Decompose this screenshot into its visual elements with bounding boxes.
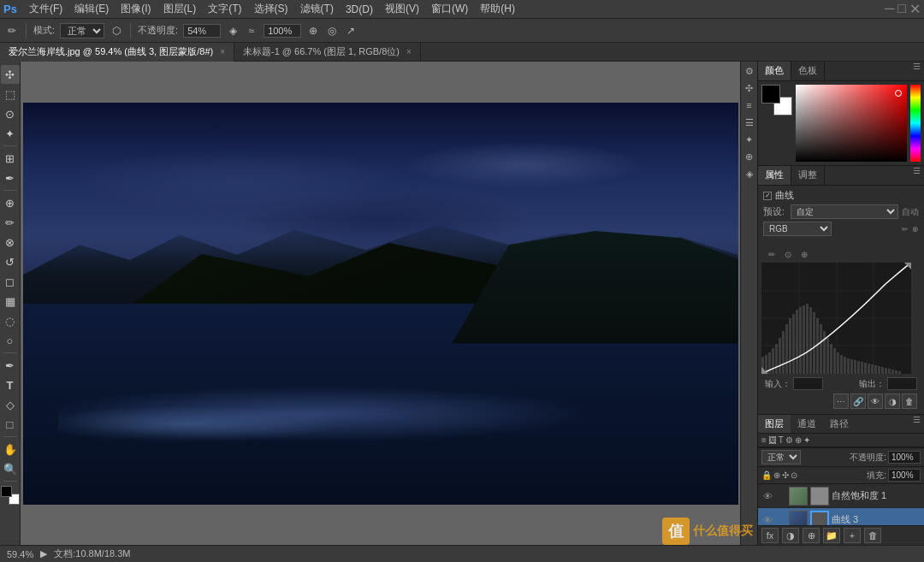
color-picker-area[interactable] bbox=[796, 85, 907, 162]
layer-eye-icon[interactable]: 👁 bbox=[761, 514, 773, 526]
ci-btn2[interactable]: ⊙ bbox=[781, 247, 795, 261]
tab-adjustments[interactable]: 调整 bbox=[791, 166, 825, 185]
color-panel-menu[interactable]: ☰ bbox=[913, 62, 921, 80]
tab-close-doc2[interactable]: × bbox=[406, 47, 412, 56]
dodge-tool[interactable]: ○ bbox=[1, 331, 20, 350]
props-panel-menu[interactable]: ☰ bbox=[913, 166, 921, 185]
lasso-tool[interactable]: ⊙ bbox=[1, 104, 20, 123]
maximize-btn[interactable]: □ bbox=[897, 1, 906, 17]
rs-icon3[interactable]: ≡ bbox=[742, 98, 757, 113]
layers-btn-fx[interactable]: fx bbox=[761, 528, 779, 543]
preset-select[interactable]: 自定 bbox=[791, 204, 898, 219]
curves-btn-dots[interactable]: ⋯ bbox=[833, 393, 849, 409]
tab-close-active[interactable]: × bbox=[220, 47, 225, 56]
channel-select[interactable]: RGB bbox=[763, 222, 832, 236]
hand-tool[interactable]: ✋ bbox=[1, 440, 20, 458]
canvas-area[interactable] bbox=[21, 62, 740, 545]
curves-tool1[interactable]: ✏ bbox=[902, 225, 909, 234]
menu-file[interactable]: 文件(F) bbox=[24, 0, 68, 18]
gradient-tool[interactable]: ▦ bbox=[1, 292, 20, 311]
rs-icon1[interactable]: ⚙ bbox=[742, 63, 757, 79]
flow-input[interactable] bbox=[264, 24, 301, 38]
tab-swatches[interactable]: 色板 bbox=[791, 62, 825, 80]
menu-edit[interactable]: 编辑(E) bbox=[69, 0, 114, 18]
menu-filter[interactable]: 滤镜(T) bbox=[295, 0, 339, 18]
lock3-icon[interactable]: ✣ bbox=[782, 470, 789, 480]
rs-icon5[interactable]: ✦ bbox=[742, 132, 757, 147]
lock2-icon[interactable]: ⊕ bbox=[773, 470, 780, 480]
crop-tool[interactable]: ⊞ bbox=[1, 149, 20, 168]
output-value[interactable] bbox=[887, 377, 917, 390]
ci-btn3[interactable]: ⊕ bbox=[797, 247, 811, 261]
input-value[interactable] bbox=[793, 377, 823, 390]
eraser-tool[interactable]: ◻ bbox=[1, 272, 20, 291]
blend-mode-select[interactable]: 正常 bbox=[761, 450, 801, 464]
curves-btn-link[interactable]: 🔗 bbox=[850, 393, 866, 409]
rs-icon4[interactable]: ☰ bbox=[742, 115, 757, 130]
auto-btn[interactable]: 自动 bbox=[902, 206, 919, 218]
curves-btn-mask[interactable]: ◑ bbox=[885, 393, 900, 409]
opacity-input[interactable] bbox=[183, 24, 221, 38]
move-tool[interactable]: ✣ bbox=[1, 65, 20, 84]
svg-rect-17 bbox=[799, 307, 802, 374]
tab-paths[interactable]: 路径 bbox=[823, 415, 856, 433]
fg-color-swatch[interactable] bbox=[1, 486, 12, 497]
eyedropper-tool[interactable]: ✒ bbox=[1, 169, 20, 187]
pen-tool[interactable]: ✒ bbox=[1, 356, 20, 375]
fg-color-box[interactable] bbox=[761, 85, 780, 104]
layers-btn-new[interactable]: + bbox=[844, 528, 861, 543]
blur-tool[interactable]: ◌ bbox=[1, 311, 20, 330]
menu-image[interactable]: 图像(I) bbox=[116, 0, 156, 18]
hue-slider[interactable] bbox=[910, 85, 921, 162]
menu-help[interactable]: 帮助(H) bbox=[475, 0, 520, 18]
rs-icon7[interactable]: ◈ bbox=[742, 166, 757, 181]
magic-wand-tool[interactable]: ✦ bbox=[1, 124, 20, 143]
layers-btn-group[interactable]: 📁 bbox=[823, 528, 840, 543]
layers-btn-adjust[interactable]: ⊕ bbox=[803, 528, 820, 543]
fill-input[interactable] bbox=[888, 469, 921, 482]
lock-icon[interactable]: 🔒 bbox=[761, 470, 772, 480]
marquee-tool[interactable]: ⬚ bbox=[1, 85, 20, 104]
shape-tool[interactable]: □ bbox=[1, 415, 20, 434]
menu-view[interactable]: 视图(V) bbox=[380, 0, 424, 18]
rs-icon2[interactable]: ✣ bbox=[742, 80, 757, 96]
opacity-input-layers[interactable] bbox=[888, 451, 921, 464]
close-btn[interactable]: ✕ bbox=[909, 1, 921, 17]
tab-doc2[interactable]: 未标题-1 @ 66.7% (图层 1, RGB/8位) × bbox=[234, 43, 421, 62]
tab-active-doc[interactable]: 爱尔兰海岸线.jpg @ 59.4% (曲线 3, 图层蒙版/8#) × bbox=[0, 43, 234, 62]
text-tool[interactable]: T bbox=[1, 376, 20, 394]
layers-btn-mask[interactable]: ◑ bbox=[782, 528, 799, 543]
mode-select[interactable]: 正常 bbox=[60, 23, 104, 38]
path-tool[interactable]: ◇ bbox=[1, 395, 20, 414]
tab-color[interactable]: 颜色 bbox=[758, 62, 791, 80]
layer-eye-icon[interactable]: 👁 bbox=[761, 490, 773, 502]
curves-histogram[interactable] bbox=[761, 263, 911, 374]
zoom-tool[interactable]: 🔍 bbox=[1, 459, 20, 478]
layers-panel-menu[interactable]: ☰ bbox=[913, 415, 921, 433]
layers-btn-delete[interactable]: 🗑 bbox=[864, 528, 881, 543]
curves-tool2[interactable]: ⊕ bbox=[912, 225, 919, 234]
curves-visible-check[interactable]: ✓ bbox=[763, 192, 772, 200]
menu-text[interactable]: 文字(T) bbox=[203, 0, 246, 18]
menu-select[interactable]: 选择(S) bbox=[249, 0, 293, 18]
tab-properties[interactable]: 属性 bbox=[758, 166, 791, 185]
menu-3d[interactable]: 3D(D) bbox=[341, 2, 378, 17]
healing-tool[interactable]: ⊕ bbox=[1, 193, 20, 212]
brush-tool[interactable]: ✏ bbox=[1, 213, 20, 232]
rs-icon6[interactable]: ⊕ bbox=[742, 149, 757, 164]
curves-btn-trash[interactable]: 🗑 bbox=[902, 393, 917, 409]
clone-tool[interactable]: ⊗ bbox=[1, 233, 20, 251]
curves-btn-eye[interactable]: 👁 bbox=[868, 393, 883, 409]
menu-window[interactable]: 窗口(W) bbox=[426, 0, 473, 18]
minimize-btn[interactable]: ─ bbox=[885, 1, 894, 17]
fg-bg-display[interactable] bbox=[761, 85, 792, 115]
ci-btn1[interactable]: ✏ bbox=[765, 247, 779, 261]
lock4-icon[interactable]: ⊙ bbox=[791, 470, 797, 480]
fg-bg-colors[interactable] bbox=[1, 486, 20, 505]
history-brush[interactable]: ↺ bbox=[1, 252, 20, 271]
layer-row[interactable]: 👁 自然饱和度 1 bbox=[758, 484, 924, 508]
tab-channels[interactable]: 通道 bbox=[791, 415, 823, 433]
tab-layers[interactable]: 图层 bbox=[758, 415, 791, 433]
layer-row[interactable]: 👁 曲线 3 bbox=[758, 508, 924, 525]
menu-layer[interactable]: 图层(L) bbox=[158, 0, 202, 18]
